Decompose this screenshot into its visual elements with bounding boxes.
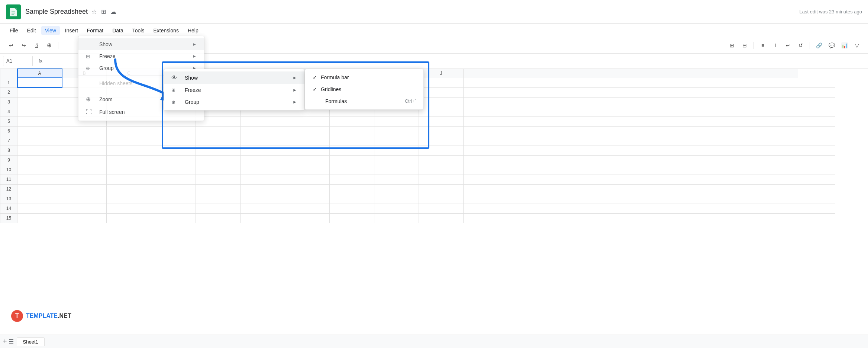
cell-row7-col10[interactable] <box>464 136 798 146</box>
link-button[interactable]: 🔗 <box>814 40 824 51</box>
cell-row9-col8[interactable] <box>374 155 419 165</box>
cell-row1-col5[interactable] <box>241 78 285 87</box>
cell-row6-col9[interactable] <box>419 126 464 136</box>
print-button[interactable]: 🖨 <box>31 40 42 51</box>
cell-row8-col4[interactable] <box>196 146 241 155</box>
cell-row11-col2[interactable] <box>107 175 151 184</box>
cell-row10-col2[interactable] <box>107 165 151 175</box>
cell-row1-filler[interactable] <box>798 78 835 87</box>
cell-row3-col5[interactable] <box>241 97 285 107</box>
cell-row10-col9[interactable] <box>419 165 464 175</box>
cell-row1-col6[interactable] <box>285 78 330 87</box>
cell-row8-col7[interactable] <box>330 146 374 155</box>
cell-row15-col1[interactable] <box>62 213 107 223</box>
cell-row3-col8[interactable] <box>374 97 419 107</box>
comment-button[interactable]: 💬 <box>826 40 837 51</box>
cell-row4-col9[interactable] <box>419 107 464 116</box>
cell-row9-filler[interactable] <box>798 155 835 165</box>
cell-row2-col2[interactable] <box>107 87 151 97</box>
cell-row8-col2[interactable] <box>107 146 151 155</box>
cell-row8-filler[interactable] <box>798 146 835 155</box>
cell-row11-col9[interactable] <box>419 175 464 184</box>
cell-row4-col10[interactable] <box>464 107 798 116</box>
cell-row13-col4[interactable] <box>196 194 241 204</box>
cell-row4-col1[interactable] <box>62 107 107 116</box>
cell-row9-col5[interactable] <box>241 155 285 165</box>
rotate-button[interactable]: ↺ <box>796 40 806 51</box>
redo-button[interactable]: ↪ <box>19 40 29 51</box>
cell-row15-col5[interactable] <box>241 213 285 223</box>
cell-row2-col4[interactable] <box>196 87 241 97</box>
cell-row1-col4[interactable] <box>196 78 241 87</box>
cell-row2-col3[interactable] <box>151 87 196 97</box>
cell-row10-col4[interactable] <box>196 165 241 175</box>
cell-row5-col2[interactable] <box>107 116 151 126</box>
cell-row2-col6[interactable] <box>285 87 330 97</box>
formula-input[interactable] <box>48 56 865 66</box>
cell-row8-col1[interactable] <box>62 146 107 155</box>
cell-row10-col8[interactable] <box>374 165 419 175</box>
cell-row15-col7[interactable] <box>330 213 374 223</box>
cell-row1-col7[interactable] <box>330 78 374 87</box>
cell-row1-col2[interactable] <box>107 78 151 87</box>
cell-row10-col0[interactable] <box>17 165 62 175</box>
cell-row9-col3[interactable] <box>151 155 196 165</box>
cell-row9-col0[interactable] <box>17 155 62 165</box>
cell-row4-col2[interactable] <box>107 107 151 116</box>
cell-row5-filler[interactable] <box>798 116 835 126</box>
cell-row13-col1[interactable] <box>62 194 107 204</box>
cell-row7-col0[interactable] <box>17 136 62 146</box>
cell-row5-col0[interactable] <box>17 116 62 126</box>
cell-row6-col7[interactable] <box>330 126 374 136</box>
cell-row10-col3[interactable] <box>151 165 196 175</box>
cell-row13-col3[interactable] <box>151 194 196 204</box>
cell-row11-col1[interactable] <box>62 175 107 184</box>
cell-row6-col0[interactable] <box>17 126 62 136</box>
cell-row2-col9[interactable] <box>419 87 464 97</box>
cell-row14-col5[interactable] <box>241 204 285 213</box>
add-sheet-button[interactable]: + <box>3 338 7 345</box>
cell-row3-col9[interactable] <box>419 97 464 107</box>
cell-row7-col2[interactable] <box>107 136 151 146</box>
cell-row6-col1[interactable] <box>62 126 107 136</box>
cell-row5-col7[interactable] <box>330 116 374 126</box>
cell-row9-col2[interactable] <box>107 155 151 165</box>
cell-row7-col8[interactable] <box>374 136 419 146</box>
cell-row11-col7[interactable] <box>330 175 374 184</box>
cell-row1-col10[interactable] <box>464 78 798 87</box>
cell-row12-col10[interactable] <box>464 184 798 194</box>
cell-row9-col4[interactable] <box>196 155 241 165</box>
menu-view[interactable]: View <box>41 26 60 35</box>
cell-row10-col6[interactable] <box>285 165 330 175</box>
cell-row4-col3[interactable] <box>151 107 196 116</box>
cell-row8-col5[interactable] <box>241 146 285 155</box>
cell-row3-col10[interactable] <box>464 97 798 107</box>
menu-format[interactable]: Format <box>83 26 107 35</box>
cell-row13-col0[interactable] <box>17 194 62 204</box>
menu-extensions[interactable]: Extensions <box>149 26 182 35</box>
cell-row11-filler[interactable] <box>798 175 835 184</box>
menu-insert[interactable]: Insert <box>61 26 82 35</box>
filter-button[interactable]: ▽ <box>852 40 862 51</box>
cell-row6-col3[interactable] <box>151 126 196 136</box>
cell-row12-col8[interactable] <box>374 184 419 194</box>
cell-row8-col8[interactable] <box>374 146 419 155</box>
cell-row1-col1[interactable] <box>62 78 107 87</box>
cell-row15-col2[interactable] <box>107 213 151 223</box>
cell-row3-col7[interactable] <box>330 97 374 107</box>
cell-row8-col9[interactable] <box>419 146 464 155</box>
paint-format-button[interactable]: ⊕ <box>44 40 54 51</box>
cell-row2-col8[interactable] <box>374 87 419 97</box>
cell-row13-col8[interactable] <box>374 194 419 204</box>
cell-row15-col4[interactable] <box>196 213 241 223</box>
cell-row14-col6[interactable] <box>285 204 330 213</box>
cell-row13-col2[interactable] <box>107 194 151 204</box>
cell-row7-col9[interactable] <box>419 136 464 146</box>
cell-row10-filler[interactable] <box>798 165 835 175</box>
cell-row11-col8[interactable] <box>374 175 419 184</box>
cell-row7-col4[interactable] <box>196 136 241 146</box>
cell-row3-col1[interactable] <box>62 97 107 107</box>
cell-row14-col0[interactable] <box>17 204 62 213</box>
cell-row8-col3[interactable] <box>151 146 196 155</box>
cell-row3-col6[interactable] <box>285 97 330 107</box>
